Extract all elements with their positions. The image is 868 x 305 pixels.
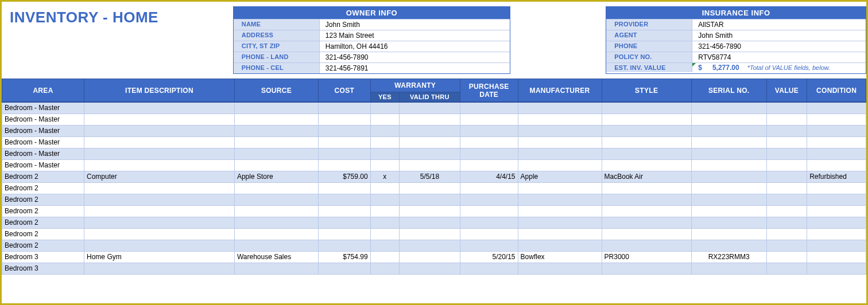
cell-cond[interactable] [807,125,866,136]
cell-cost[interactable] [319,240,371,251]
cell-desc[interactable] [84,205,235,217]
cell-wyes[interactable] [370,263,399,274]
cell-cond[interactable] [807,136,866,148]
cell-cost[interactable] [319,148,371,159]
cell-cost[interactable]: $754.99 [319,251,371,263]
ins-value-provider[interactable]: AllSTAR [692,19,866,30]
cell-cond[interactable] [807,205,866,217]
cell-style[interactable] [602,114,691,125]
cell-pdate[interactable]: 5/20/15 [460,251,518,263]
cell-cond[interactable] [807,159,866,171]
cell-serial[interactable] [691,217,766,228]
cell-serial[interactable] [691,136,766,148]
cell-mfr[interactable] [518,125,602,136]
cell-desc[interactable] [84,217,235,228]
cell-area[interactable]: Bedroom - Master [2,136,84,148]
cell-cond[interactable] [807,240,866,251]
owner-value-name[interactable]: John Smith [320,19,510,30]
cell-cond[interactable] [807,182,866,194]
cell-value[interactable] [766,114,807,125]
ins-value-policy[interactable]: RTV58774 [692,52,866,62]
cell-wthru[interactable]: 5/5/18 [400,171,460,182]
cell-style[interactable] [602,136,691,148]
cell-wyes[interactable] [370,205,399,217]
cell-desc[interactable] [84,182,235,194]
cell-serial[interactable]: RX223RMM3 [691,251,766,263]
cell-mfr[interactable] [518,182,602,194]
cell-desc[interactable] [84,148,235,159]
col-area[interactable]: AREA [2,79,84,103]
cell-cond[interactable] [807,102,866,114]
cell-wyes[interactable] [370,228,399,240]
cell-pdate[interactable] [460,136,518,148]
cell-wthru[interactable] [400,263,460,274]
cell-source[interactable] [234,136,318,148]
col-serial[interactable]: SERIAL NO. [691,79,766,103]
cell-desc[interactable] [84,102,235,114]
cell-mfr[interactable] [518,136,602,148]
cell-style[interactable] [602,194,691,205]
cell-wyes[interactable] [370,182,399,194]
cell-cost[interactable] [319,194,371,205]
cell-cost[interactable] [319,263,371,274]
cell-style[interactable] [602,263,691,274]
cell-pdate[interactable] [460,182,518,194]
cell-cond[interactable] [807,217,866,228]
cell-pdate[interactable] [460,102,518,114]
cell-area[interactable]: Bedroom - Master [2,114,84,125]
cell-wthru[interactable] [400,102,460,114]
cell-serial[interactable] [691,114,766,125]
owner-value-phone-land[interactable]: 321-456-7890 [320,52,510,62]
cell-cost[interactable] [319,217,371,228]
cell-wthru[interactable] [400,159,460,171]
cell-mfr[interactable] [518,205,602,217]
cell-serial[interactable] [691,148,766,159]
cell-mfr[interactable]: Bowflex [518,251,602,263]
cell-value[interactable] [766,205,807,217]
cell-serial[interactable] [691,205,766,217]
cell-pdate[interactable] [460,194,518,205]
cell-cond[interactable] [807,148,866,159]
cell-area[interactable]: Bedroom 3 [2,263,84,274]
cell-pdate[interactable] [460,148,518,159]
cell-wthru[interactable] [400,148,460,159]
cell-area[interactable]: Bedroom - Master [2,125,84,136]
cell-mfr[interactable] [518,263,602,274]
cell-wthru[interactable] [400,217,460,228]
cell-style[interactable] [602,159,691,171]
cell-wyes[interactable] [370,217,399,228]
cell-pdate[interactable] [460,240,518,251]
cell-value[interactable] [766,217,807,228]
cell-serial[interactable] [691,194,766,205]
cell-mfr[interactable] [518,159,602,171]
cell-desc[interactable] [84,240,235,251]
col-cond[interactable]: CONDITION [807,79,866,103]
cell-cond[interactable] [807,251,866,263]
cell-style[interactable] [602,217,691,228]
cell-serial[interactable] [691,125,766,136]
cell-value[interactable] [766,171,807,182]
cell-style[interactable] [602,148,691,159]
col-warranty-thru[interactable]: VALID THRU [400,92,460,103]
cell-mfr[interactable] [518,228,602,240]
cell-desc[interactable] [84,114,235,125]
cell-area[interactable]: Bedroom 2 [2,217,84,228]
cell-source[interactable] [234,228,318,240]
cell-source[interactable] [234,263,318,274]
cell-area[interactable]: Bedroom 2 [2,205,84,217]
cell-cost[interactable] [319,159,371,171]
col-warranty-yes[interactable]: YES [370,92,399,103]
cell-wthru[interactable] [400,125,460,136]
cell-area[interactable]: Bedroom 2 [2,171,84,182]
cell-wyes[interactable] [370,194,399,205]
col-desc[interactable]: ITEM DESCRIPTION [84,79,235,103]
cell-source[interactable] [234,148,318,159]
cell-cond[interactable] [807,114,866,125]
col-source[interactable]: SOURCE [234,79,318,103]
cell-area[interactable]: Bedroom 2 [2,240,84,251]
cell-desc[interactable]: Computer [84,171,235,182]
cell-wyes[interactable] [370,251,399,263]
cell-cond[interactable] [807,263,866,274]
cell-wyes[interactable] [370,102,399,114]
cell-style[interactable] [602,102,691,114]
